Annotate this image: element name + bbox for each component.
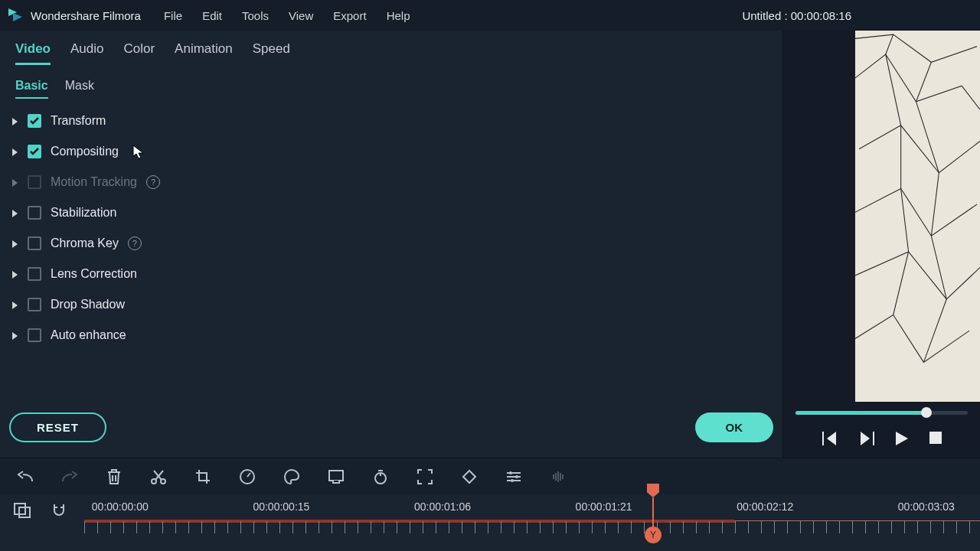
prop-label: Compositing bbox=[51, 145, 119, 158]
svg-rect-5 bbox=[329, 471, 343, 481]
stop-button[interactable] bbox=[929, 432, 942, 448]
menubar: File Edit Tools View Export Help bbox=[164, 9, 410, 22]
prop-row-lens-correction[interactable]: Lens Correction bbox=[11, 267, 772, 281]
timecode-label: 00:00:01:06 bbox=[414, 500, 471, 513]
greenscreen-icon[interactable] bbox=[328, 468, 345, 485]
menu-edit[interactable]: Edit bbox=[202, 9, 222, 22]
expand-chevron-icon[interactable] bbox=[11, 270, 18, 278]
prev-frame-button[interactable] bbox=[822, 432, 838, 448]
menu-export[interactable]: Export bbox=[333, 9, 366, 22]
prop-row-auto-enhance[interactable]: Auto enhance bbox=[11, 328, 772, 342]
preview-viewport[interactable] bbox=[855, 31, 980, 402]
color-icon[interactable] bbox=[283, 468, 300, 485]
adjust-icon[interactable] bbox=[505, 468, 522, 485]
delete-icon[interactable] bbox=[106, 468, 122, 485]
prop-checkbox[interactable] bbox=[28, 145, 41, 158]
project-name: Untitled bbox=[742, 9, 781, 22]
prop-row-chroma-key[interactable]: Chroma Key? bbox=[11, 236, 772, 250]
svg-rect-1 bbox=[929, 432, 942, 444]
timecode-label: 00:00:02:12 bbox=[737, 500, 793, 513]
tab-video[interactable]: Video bbox=[15, 41, 51, 65]
playhead[interactable]: Y bbox=[647, 484, 659, 527]
prop-checkbox[interactable] bbox=[28, 175, 41, 189]
crop-icon[interactable] bbox=[194, 468, 211, 485]
play-button[interactable] bbox=[896, 432, 908, 448]
keyframe-icon[interactable] bbox=[461, 468, 478, 485]
expand-chevron-icon[interactable] bbox=[11, 178, 18, 186]
undo-icon[interactable] bbox=[17, 468, 34, 485]
preview-controls bbox=[783, 402, 980, 458]
prop-label: Transform bbox=[51, 114, 106, 128]
help-icon[interactable]: ? bbox=[128, 236, 142, 250]
ok-button[interactable]: OK bbox=[695, 412, 774, 442]
menu-file[interactable]: File bbox=[164, 9, 182, 22]
prop-label: Drop Shadow bbox=[51, 298, 125, 311]
redo-icon[interactable] bbox=[61, 468, 78, 485]
expand-chevron-icon[interactable] bbox=[11, 301, 18, 308]
panel-footer: RESET OK bbox=[0, 402, 782, 458]
prop-label: Auto enhance bbox=[51, 328, 126, 342]
menu-tools[interactable]: Tools bbox=[242, 9, 269, 22]
properties-list: TransformCompositingMotion Tracking?Stab… bbox=[0, 99, 782, 402]
prop-row-compositing[interactable]: Compositing bbox=[11, 145, 772, 158]
playhead-badge: Y bbox=[645, 527, 662, 543]
prop-row-drop-shadow[interactable]: Drop Shadow bbox=[11, 298, 772, 311]
expand-chevron-icon[interactable] bbox=[11, 117, 18, 125]
timecode-label: 00:00:00:00 bbox=[92, 500, 149, 513]
prop-row-stabilization[interactable]: Stabilization bbox=[11, 206, 772, 220]
menu-help[interactable]: Help bbox=[387, 9, 410, 22]
tab-color[interactable]: Color bbox=[123, 41, 155, 65]
expand-chevron-icon[interactable] bbox=[11, 209, 18, 217]
expand-chevron-icon[interactable] bbox=[11, 240, 18, 247]
track-add-icon[interactable] bbox=[14, 502, 31, 519]
timeline-ruler[interactable]: 00:00:00:0000:00:00:1500:00:01:0600:00:0… bbox=[84, 494, 980, 551]
fullscreen-icon[interactable] bbox=[416, 468, 433, 485]
titlebar: Wondershare Filmora File Edit Tools View… bbox=[0, 0, 980, 31]
tabs-secondary: Basic Mask bbox=[0, 65, 782, 99]
svg-point-9 bbox=[511, 479, 514, 482]
prop-row-motion-tracking[interactable]: Motion Tracking? bbox=[11, 175, 772, 189]
speed-icon[interactable] bbox=[239, 468, 256, 485]
timecode-label: 00:00:03:03 bbox=[898, 500, 955, 513]
audio-wave-icon[interactable] bbox=[550, 468, 567, 485]
prop-checkbox[interactable] bbox=[28, 114, 41, 128]
svg-point-7 bbox=[509, 471, 512, 474]
timecode-label: 00:00:01:21 bbox=[576, 500, 632, 513]
project-time: 00:00:08:16 bbox=[791, 9, 851, 22]
app-logo-wrap: Wondershare Filmora bbox=[6, 6, 164, 24]
prop-checkbox[interactable] bbox=[28, 206, 41, 220]
tab-basic[interactable]: Basic bbox=[15, 79, 48, 99]
timer-icon[interactable] bbox=[372, 468, 389, 485]
timecode-label: 00:00:00:15 bbox=[253, 500, 309, 513]
inspector-panel: Video Audio Color Animation Speed Basic … bbox=[0, 31, 782, 458]
prop-checkbox[interactable] bbox=[28, 267, 41, 281]
split-icon[interactable] bbox=[150, 468, 167, 485]
prop-checkbox[interactable] bbox=[28, 298, 41, 311]
tab-animation[interactable]: Animation bbox=[175, 41, 233, 65]
next-frame-button[interactable] bbox=[859, 432, 874, 448]
project-title: Untitled : 00:00:08:16 bbox=[742, 9, 851, 22]
magnet-icon[interactable] bbox=[51, 502, 67, 519]
app-name: Wondershare Filmora bbox=[31, 9, 141, 22]
expand-chevron-icon[interactable] bbox=[11, 148, 18, 155]
prop-checkbox[interactable] bbox=[28, 328, 41, 342]
prop-checkbox[interactable] bbox=[28, 236, 41, 250]
tab-speed[interactable]: Speed bbox=[253, 41, 290, 65]
preview-panel bbox=[782, 31, 980, 458]
prop-label: Stabilization bbox=[51, 206, 116, 220]
svg-point-8 bbox=[515, 475, 518, 478]
tab-audio[interactable]: Audio bbox=[70, 41, 103, 65]
preview-progress[interactable] bbox=[795, 411, 968, 415]
menu-view[interactable]: View bbox=[289, 9, 313, 22]
prop-label: Lens Correction bbox=[51, 267, 137, 281]
expand-chevron-icon[interactable] bbox=[11, 331, 18, 339]
tab-mask[interactable]: Mask bbox=[65, 79, 94, 99]
prop-label: Chroma Key bbox=[51, 236, 119, 250]
reset-button[interactable]: RESET bbox=[9, 412, 106, 442]
prop-row-transform[interactable]: Transform bbox=[11, 114, 772, 128]
help-icon[interactable]: ? bbox=[146, 175, 160, 189]
timeline-toolbar bbox=[0, 458, 980, 494]
tabs-primary: Video Audio Color Animation Speed bbox=[0, 31, 782, 65]
app-logo-icon bbox=[6, 6, 24, 24]
progress-knob[interactable] bbox=[921, 407, 932, 418]
